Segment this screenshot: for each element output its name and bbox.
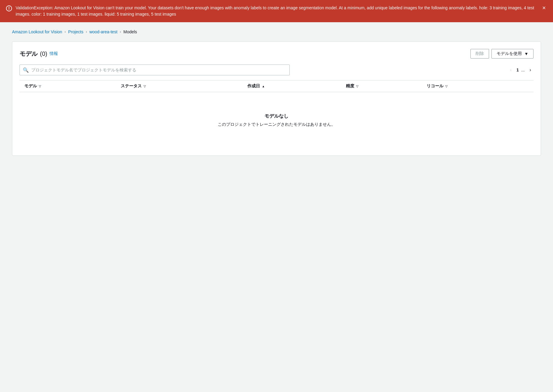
- info-link[interactable]: 情報: [50, 51, 58, 56]
- column-header-precision[interactable]: 精度 ▽: [341, 80, 422, 92]
- search-input-wrapper: 🔍: [20, 65, 290, 75]
- empty-state-title: モデルなし: [30, 113, 523, 119]
- panel-count: (0): [40, 50, 47, 57]
- breadcrumb-projects-link[interactable]: Projects: [68, 29, 83, 34]
- pagination-current-page: 1: [516, 68, 519, 72]
- sort-icon-status: ▽: [144, 85, 146, 88]
- panel-title-group: モデル (0) 情報: [20, 50, 58, 58]
- search-bar-container: 🔍 ‹ 1 ... ›: [20, 65, 533, 75]
- pagination-next-button[interactable]: ›: [527, 66, 533, 74]
- breadcrumb-separator-2: ›: [86, 30, 87, 34]
- column-header-model[interactable]: モデル ▽: [20, 80, 116, 92]
- panel-title: モデル: [20, 50, 38, 58]
- column-header-status[interactable]: ステータス ▽: [116, 80, 243, 92]
- table-header-row: モデル ▽ ステータス ▽ 作成日 ▲: [20, 80, 533, 92]
- breadcrumb-home-link[interactable]: Amazon Lookout for Vision: [12, 29, 62, 34]
- breadcrumb-separator-1: ›: [65, 30, 66, 34]
- error-message: ValidationException: Amazon Lookout for …: [16, 5, 537, 17]
- panel-actions: 削除 モデルを使用 ▼: [470, 49, 533, 59]
- breadcrumb-project-link[interactable]: wood-area-test: [89, 29, 117, 34]
- sort-icon-precision: ▽: [356, 85, 358, 88]
- table-body: モデルなし このプロジェクトでトレーニングされたモデルはありません。: [20, 92, 533, 149]
- column-header-created-at[interactable]: 作成日 ▲: [243, 80, 341, 92]
- sort-icon-recall: ▽: [445, 85, 448, 88]
- error-icon: [6, 5, 12, 11]
- svg-point-2: [9, 9, 9, 10]
- search-input[interactable]: [31, 68, 286, 72]
- breadcrumb-current: Models: [123, 29, 137, 34]
- column-header-recall[interactable]: リコール ▽: [422, 80, 533, 92]
- breadcrumb-separator-3: ›: [120, 30, 121, 34]
- delete-button[interactable]: 削除: [470, 49, 489, 59]
- search-icon: 🔍: [23, 67, 29, 73]
- empty-state-row: モデルなし このプロジェクトでトレーニングされたモデルはありません。: [20, 92, 533, 149]
- sort-icon-model: ▽: [39, 85, 41, 88]
- pagination-controls: ‹ 1 ... ›: [508, 66, 533, 74]
- error-banner: ValidationException: Amazon Lookout for …: [0, 0, 553, 22]
- sort-icon-created-at: ▲: [262, 85, 265, 88]
- pagination-dots: ...: [521, 68, 525, 72]
- empty-state: モデルなし このプロジェクトでトレーニングされたモデルはありません。: [24, 95, 529, 145]
- breadcrumb: Amazon Lookout for Vision › Projects › w…: [12, 29, 541, 34]
- panel-header: モデル (0) 情報 削除 モデルを使用 ▼: [20, 49, 533, 59]
- main-content: Amazon Lookout for Vision › Projects › w…: [0, 22, 553, 163]
- dropdown-arrow-icon: ▼: [524, 51, 528, 56]
- empty-state-description: このプロジェクトでトレーニングされたモデルはありません。: [30, 122, 523, 127]
- use-model-button[interactable]: モデルを使用 ▼: [491, 49, 533, 59]
- pagination-prev-button[interactable]: ‹: [508, 66, 514, 74]
- error-close-button[interactable]: ×: [541, 5, 547, 11]
- models-panel: モデル (0) 情報 削除 モデルを使用 ▼ 🔍 ‹ 1 ...: [12, 41, 541, 156]
- models-table: モデル ▽ ステータス ▽ 作成日 ▲: [20, 80, 533, 148]
